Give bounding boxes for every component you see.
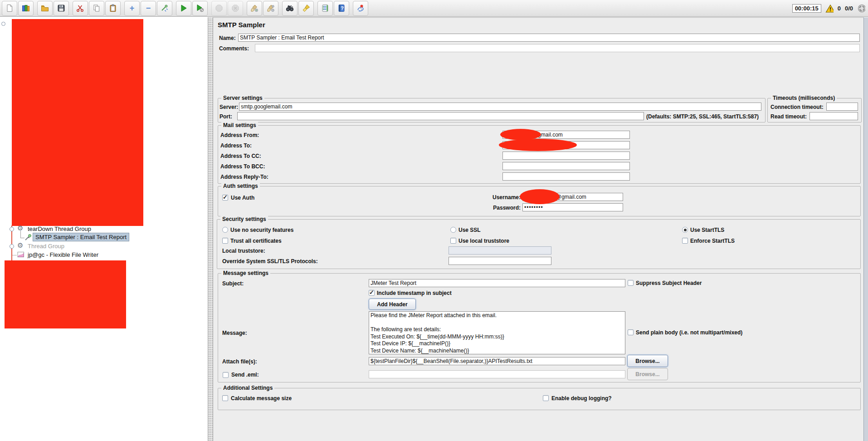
include-timestamp-label: Include timestamp in subject	[377, 290, 452, 296]
use-starttls-radio[interactable]	[682, 227, 688, 233]
use-ssl-label: Use SSL	[458, 227, 481, 233]
send-eml-label: Send .eml:	[231, 372, 259, 378]
stop-icon	[215, 4, 223, 12]
send-eml-field[interactable]	[369, 370, 625, 378]
start-no-pauses-button[interactable]	[192, 1, 208, 16]
broom-icon	[250, 4, 258, 12]
add-header-button[interactable]: Add Header	[369, 299, 416, 310]
play-no-pauses-icon	[196, 4, 204, 12]
use-starttls-label: Use StartTLS	[690, 227, 724, 233]
tree-child-connector	[20, 238, 24, 238]
vertical-scrollbar[interactable]	[863, 17, 868, 441]
binoculars-icon	[286, 4, 294, 12]
play-icon	[180, 4, 188, 12]
no-security-radio[interactable]	[222, 227, 228, 233]
page-title: SMTP Sampler	[218, 21, 265, 29]
trust-all-certificates-checkbox[interactable]	[222, 238, 228, 244]
tree-item-teardown-thread-group[interactable]: tearDown Thread Group	[28, 225, 91, 232]
function-helper-button[interactable]	[317, 1, 333, 16]
tree-item-thread-group[interactable]: Thread Group	[28, 243, 64, 250]
clear-button[interactable]	[247, 1, 262, 16]
thread-count: 0/0	[845, 5, 853, 12]
cut-button[interactable]	[73, 1, 88, 16]
password-field[interactable]	[522, 203, 623, 211]
enforce-starttls-checkbox[interactable]	[682, 238, 688, 244]
tree-item-flexible-file-writer[interactable]: jp@gc - Flexible File Writer	[28, 251, 98, 258]
shutdown-button[interactable]	[228, 1, 243, 16]
search-reset-button[interactable]	[298, 1, 314, 16]
expand-all-button[interactable]: +	[124, 1, 140, 16]
use-local-truststore-checkbox[interactable]	[450, 238, 456, 244]
tree-item-smtp-sampler[interactable]: SMTP Sampler : Email Test Report	[33, 233, 129, 241]
start-button[interactable]	[176, 1, 191, 16]
save-button[interactable]	[54, 1, 69, 16]
suppress-subject-checkbox[interactable]	[628, 280, 634, 286]
warning-icon[interactable]	[825, 5, 834, 13]
attach-files-field[interactable]	[369, 357, 625, 365]
server-settings-legend: Server settings	[221, 95, 264, 101]
clear-all-button[interactable]	[263, 1, 278, 16]
address-reply-label: Address Reply-To:	[220, 174, 268, 180]
enable-debug-logging-label: Enable debug logging?	[551, 395, 612, 402]
name-field[interactable]	[238, 34, 860, 42]
address-bcc-field[interactable]	[502, 162, 630, 170]
enable-debug-logging-checkbox[interactable]	[543, 395, 549, 401]
connection-timeout-label: Connection timeout:	[770, 104, 824, 110]
root-expand-handle[interactable]	[1, 22, 5, 26]
brush-icon	[302, 4, 310, 12]
subject-label: Subject:	[222, 280, 244, 287]
connection-timeout-field[interactable]	[826, 103, 858, 111]
address-to-label: Address To:	[220, 142, 252, 149]
copy-icon	[93, 4, 101, 12]
use-auth-checkbox[interactable]	[222, 195, 228, 201]
use-auth-label: Use Auth	[231, 195, 254, 201]
read-timeout-field[interactable]	[809, 112, 858, 120]
trust-all-certificates-label: Trust all certificates	[230, 238, 282, 244]
paste-button[interactable]	[105, 1, 121, 16]
server-field[interactable]	[239, 103, 761, 111]
plugins-manager-button[interactable]	[353, 1, 368, 16]
port-field[interactable]	[237, 112, 644, 120]
collapse-all-button[interactable]: −	[141, 1, 156, 16]
elapsed-timer: 00:00:15	[792, 4, 821, 13]
open-folder-icon	[41, 4, 49, 12]
tree-child-connector	[20, 231, 21, 238]
address-reply-field[interactable]	[502, 172, 630, 181]
mail-settings-legend: Mail settings	[221, 122, 258, 128]
auth-settings-legend: Auth settings	[221, 183, 260, 189]
help-button[interactable]: ?	[334, 1, 349, 16]
comments-field[interactable]	[255, 44, 860, 52]
calculate-message-size-checkbox[interactable]	[222, 395, 228, 401]
send-eml-checkbox[interactable]	[223, 372, 229, 378]
toggle-button[interactable]	[157, 1, 172, 16]
threads-indicator-icon	[857, 5, 865, 13]
copy-button[interactable]	[89, 1, 104, 16]
include-timestamp-checkbox[interactable]	[369, 290, 375, 296]
message-body-field[interactable]	[369, 311, 625, 354]
open-file-button[interactable]	[37, 1, 53, 16]
password-label: Password:	[483, 205, 521, 211]
templates-icon	[22, 4, 30, 12]
scissors-icon	[76, 4, 84, 12]
thread-group-expand-handle[interactable]	[10, 244, 14, 249]
redaction-block-top	[12, 19, 143, 226]
use-ssl-radio[interactable]	[450, 227, 456, 233]
new-file-button[interactable]	[2, 1, 17, 16]
broom-gears-icon	[267, 4, 275, 12]
split-pane-divider[interactable]	[208, 17, 213, 441]
timeouts-legend: Timeouts (milliseconds)	[771, 95, 837, 101]
address-cc-field[interactable]	[502, 152, 630, 160]
suppress-subject-label: Suppress Subject Header	[636, 280, 702, 286]
no-security-label: Use no security features	[230, 227, 293, 233]
teardown-expand-handle[interactable]	[10, 227, 14, 231]
send-plain-body-checkbox[interactable]	[628, 329, 634, 335]
override-protocols-field[interactable]	[449, 257, 551, 265]
subject-field[interactable]	[369, 279, 625, 287]
stop-button[interactable]	[211, 1, 227, 16]
templates-button[interactable]	[18, 1, 34, 16]
svg-text:?: ?	[341, 5, 344, 11]
port-label: Port:	[219, 113, 232, 120]
additional-settings-legend: Additional Settings	[221, 385, 274, 391]
browse-attach-button[interactable]: Browse...	[627, 355, 668, 367]
search-button[interactable]	[282, 1, 297, 16]
